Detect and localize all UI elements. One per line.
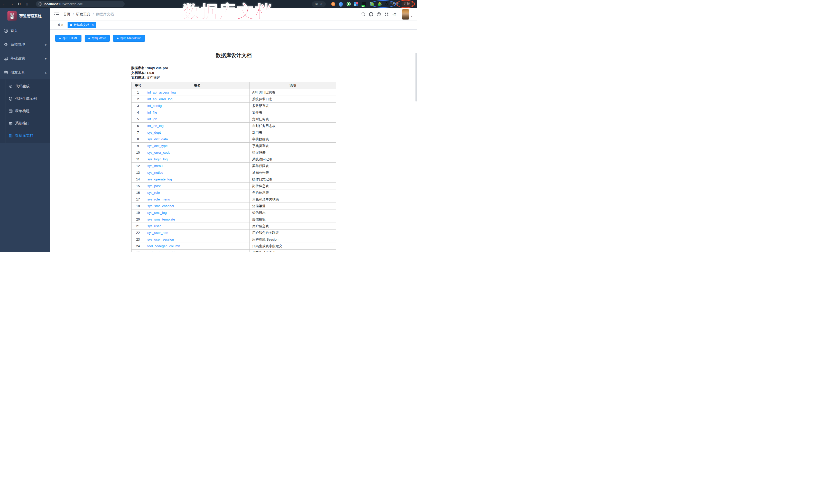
browser-home-icon[interactable]: ⌂ (23, 0, 31, 8)
browser-reload-icon[interactable]: ↻ (16, 0, 23, 8)
table-name-link[interactable]: sys_dict_data (148, 137, 168, 141)
fullscreen-icon[interactable] (382, 10, 390, 18)
table-row: 5inf_job定时任务表 (131, 116, 336, 122)
sidebar-item-home[interactable]: 首页 (0, 24, 50, 38)
doc-title: 数据库设计文档 (131, 51, 336, 59)
extension-proxy-on-icon[interactable]: on (362, 2, 366, 6)
browser-forward-icon[interactable]: → (8, 0, 16, 8)
row-table-name: sys_error_code (145, 149, 249, 156)
table-name-link[interactable]: inf_file (148, 111, 157, 114)
table-row: 25tool_codegen_table代码生成表定义 (131, 249, 336, 252)
sidebar-item-system[interactable]: 系统管理 ▾ (0, 38, 50, 52)
row-index: 5 (131, 116, 145, 122)
table-name-link[interactable]: sys_notice (148, 171, 163, 175)
table-name-link[interactable]: sys_user (148, 224, 161, 228)
table-name-link[interactable]: sys_dept (148, 131, 161, 134)
sidebar-item-db-doc[interactable]: 数据库文档 (0, 130, 50, 142)
shield-check-icon (8, 96, 13, 101)
table-name-link[interactable]: sys_login_log (148, 157, 168, 161)
export-html-button[interactable]: +导出 HTML (55, 35, 82, 42)
paused-label: 已暂停 (390, 2, 399, 6)
table-name-link[interactable]: sys_sms_log (148, 211, 167, 215)
font-size-icon[interactable]: TT (390, 10, 398, 18)
export-word-button[interactable]: +导出 Word (85, 35, 110, 42)
row-index: 1 (131, 89, 145, 95)
export-markdown-button[interactable]: +导出 Markdown (113, 35, 145, 42)
user-avatar[interactable] (402, 9, 409, 20)
code-icon (8, 84, 13, 89)
sidebar-item-devtools[interactable]: 研发工具 ▴ (0, 66, 50, 80)
sidebar-item-form-builder[interactable]: 表单构建 (0, 105, 50, 117)
table-name-link[interactable]: sys_user_role (148, 231, 168, 235)
avatar-caret-icon[interactable]: ▾ (411, 15, 413, 18)
sidebar-item-system-api[interactable]: 系统接口 (0, 117, 50, 130)
gear-icon (4, 42, 8, 47)
table-name-link[interactable]: inf_config (148, 104, 162, 108)
extension-pin-icon[interactable] (338, 1, 344, 7)
site-info-icon[interactable]: i (39, 2, 42, 6)
close-tab-icon[interactable]: ✕ (91, 24, 94, 26)
bookmark-star-icon[interactable]: ☆ (320, 2, 323, 6)
collapse-sidebar-icon[interactable] (54, 12, 59, 17)
app-logo[interactable]: 🐰 芋道管理系统 (0, 8, 50, 24)
table-row: 14sys_operate_log操作日志记录 (131, 176, 336, 182)
row-description: 短信渠道 (249, 202, 336, 209)
table-row: 6inf_job_log定时任务日志表 (131, 122, 336, 129)
extension-green-check-icon[interactable] (347, 2, 351, 6)
table-name-link[interactable]: sys_operate_log (148, 177, 172, 181)
table-name-link[interactable]: sys_post (148, 184, 160, 188)
table-row: 12sys_menu菜单权限表 (131, 162, 336, 169)
search-icon[interactable] (359, 10, 367, 18)
github-icon[interactable] (367, 10, 375, 18)
extension-orange-icon[interactable] (331, 2, 335, 6)
browser-menu-icon[interactable] (412, 2, 413, 6)
table-name-link[interactable]: inf_job (148, 117, 157, 121)
help-icon[interactable] (375, 10, 382, 18)
table-name-link[interactable]: sys_role_menu (148, 197, 170, 201)
table-row: 1inf_api_access_logAPI 访问日志表 (131, 89, 336, 95)
table-row: 7sys_dept部门表 (131, 129, 336, 136)
table-name-link[interactable]: sys_menu (148, 164, 163, 168)
row-table-name: sys_role (145, 189, 249, 196)
table-name-link[interactable]: sys_dict_type (148, 144, 168, 148)
row-index: 25 (131, 249, 145, 252)
sidebar-item-infra[interactable]: 基础设施 ▾ (0, 52, 50, 66)
browser-back-icon[interactable]: ← (0, 0, 8, 8)
tab-db-doc[interactable]: 数据库文档 ✕ (68, 22, 96, 28)
table-name-link[interactable]: inf_api_error_log (148, 97, 173, 101)
scrollbar-thumb[interactable] (415, 53, 417, 102)
extension-leaf-icon[interactable] (370, 2, 374, 6)
profile-paused-chip[interactable]: 😃 已暂停 (385, 2, 399, 6)
table-row: 19sys_sms_log短信日志 (131, 209, 336, 216)
breadcrumb-home[interactable]: 首页 (63, 12, 70, 17)
table-name-link[interactable]: inf_api_access_log (148, 90, 176, 94)
table-row: 11sys_login_log系统访问记录 (131, 156, 336, 162)
table-name-link[interactable]: tool_codegen_column (148, 244, 180, 248)
row-table-name: sys_dept (145, 129, 249, 136)
table-name-link[interactable]: sys_role (148, 191, 160, 195)
table-name-link[interactable]: sys_sms_channel (148, 204, 174, 208)
sidebar-item-codegen[interactable]: 代码生成 (0, 80, 50, 92)
sidebar-item-codegen-demo[interactable]: 代码生成示例 (0, 92, 50, 105)
tab-home[interactable]: 首页 (55, 22, 66, 28)
table-name-link[interactable]: sys_sms_template (148, 217, 175, 221)
password-key-icon[interactable]: ⚿ (315, 2, 317, 6)
dashboard-icon (4, 28, 8, 33)
tags-view-bar: 首页 数据库文档 ✕ (50, 21, 417, 29)
doc-meta-version: 文档版本: 1.0.0 (131, 71, 336, 75)
extension-grid-icon[interactable] (354, 2, 358, 6)
extensions-puzzle-icon[interactable]: 🧩 (377, 2, 382, 6)
table-name-link[interactable]: tool_codegen_table (148, 251, 177, 252)
table-name-link[interactable]: sys_error_code (148, 151, 171, 154)
browser-toolbar: ← → ↻ ⌂ i localhost:1024/tool/db-doc ⚿ ☆… (0, 0, 417, 8)
row-description: 部门表 (249, 129, 336, 136)
table-name-link[interactable]: sys_user_session (148, 238, 174, 241)
table-row: 15sys_post岗位信息表 (131, 182, 336, 189)
browser-update-chip[interactable]: 更新 (401, 1, 415, 7)
row-description: 定时任务日志表 (249, 122, 336, 129)
logo-rabbit-icon: 🐰 (7, 11, 17, 21)
address-bar[interactable]: i localhost:1024/tool/db-doc (36, 1, 125, 7)
sliders-icon (8, 121, 13, 126)
table-name-link[interactable]: inf_job_log (148, 124, 164, 128)
row-table-name: sys_user (145, 223, 249, 229)
